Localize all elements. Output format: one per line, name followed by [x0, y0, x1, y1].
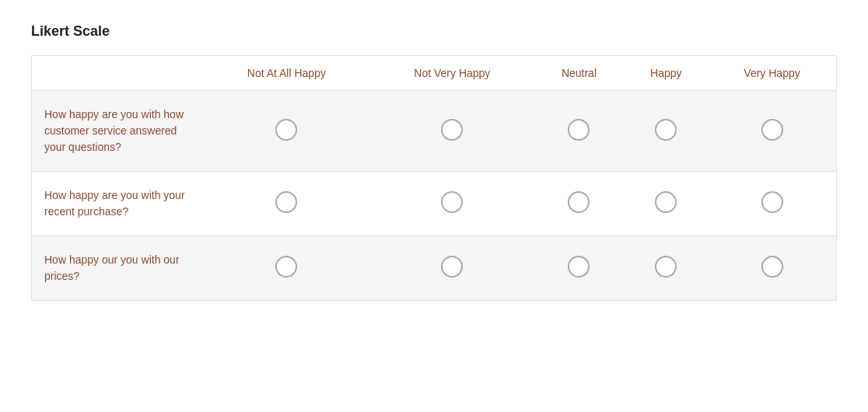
question-cell: How happy are you with your recent purch… [32, 172, 203, 236]
radio-not-at-all-happy-row0[interactable] [275, 119, 297, 141]
radio-neutral-row0[interactable] [568, 119, 590, 141]
page-title: Likert Scale [31, 23, 837, 40]
radio-not-very-happy-row0[interactable] [441, 119, 463, 141]
radio-happy-row0[interactable] [655, 119, 677, 141]
table-header-row: Not At All Happy Not Very Happy Neutral … [32, 56, 837, 91]
radio-cell-happy [624, 172, 708, 236]
radio-cell-happy [624, 91, 708, 172]
radio-cell-not-at-all-happy [203, 172, 371, 236]
table-row: How happy our you with our prices? [32, 236, 837, 301]
likert-scale-table: Not At All Happy Not Very Happy Neutral … [31, 55, 837, 301]
radio-very-happy-row0[interactable] [761, 119, 783, 141]
column-header-not-at-all-happy: Not At All Happy [203, 56, 371, 91]
question-cell: How happy are you with how customer serv… [32, 91, 203, 172]
radio-not-very-happy-row2[interactable] [441, 256, 463, 278]
radio-neutral-row2[interactable] [568, 256, 590, 278]
radio-cell-not-at-all-happy [203, 91, 371, 172]
radio-cell-very-happy [708, 236, 836, 301]
radio-not-very-happy-row1[interactable] [441, 191, 463, 213]
radio-cell-not-very-happy [370, 236, 534, 301]
radio-neutral-row1[interactable] [568, 191, 590, 213]
radio-cell-very-happy [708, 91, 836, 172]
radio-cell-neutral [534, 172, 624, 236]
radio-happy-row2[interactable] [655, 256, 677, 278]
radio-happy-row1[interactable] [655, 191, 677, 213]
radio-very-happy-row2[interactable] [761, 256, 783, 278]
question-cell: How happy our you with our prices? [32, 236, 203, 301]
table-row: How happy are you with your recent purch… [32, 172, 837, 236]
radio-cell-not-very-happy [370, 172, 534, 236]
radio-cell-neutral [534, 91, 624, 172]
table-row: How happy are you with how customer serv… [32, 91, 837, 172]
column-header-not-very-happy: Not Very Happy [370, 56, 534, 91]
radio-cell-not-at-all-happy [203, 236, 371, 301]
column-header-question [32, 56, 203, 91]
column-header-happy: Happy [624, 56, 708, 91]
radio-cell-very-happy [708, 172, 836, 236]
radio-very-happy-row1[interactable] [761, 191, 783, 213]
column-header-neutral: Neutral [534, 56, 624, 91]
radio-cell-happy [624, 236, 708, 301]
radio-not-at-all-happy-row2[interactable] [275, 256, 297, 278]
radio-not-at-all-happy-row1[interactable] [275, 191, 297, 213]
column-header-very-happy: Very Happy [708, 56, 836, 91]
radio-cell-not-very-happy [370, 91, 534, 172]
radio-cell-neutral [534, 236, 624, 301]
